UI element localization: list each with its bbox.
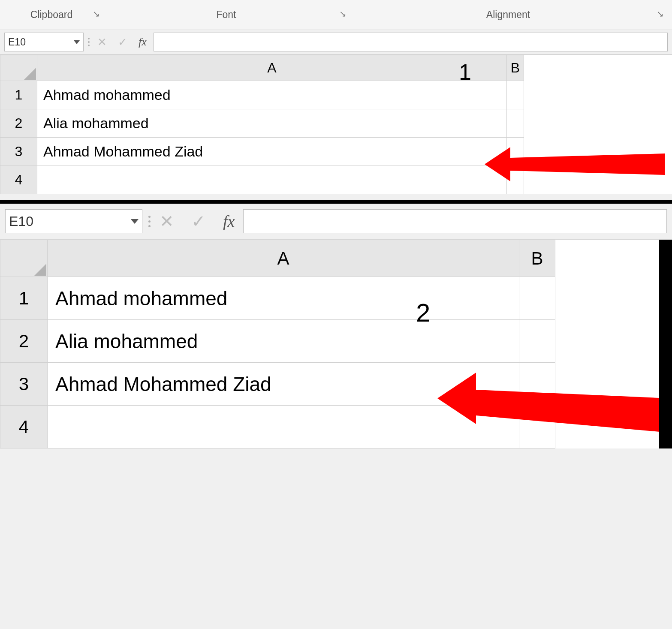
ribbon-group-font-label: Font (216, 9, 236, 20)
select-all-corner[interactable] (0, 240, 48, 277)
ribbon-group-labels: Clipboard ↘ Font ↘ Alignment ↘ (0, 0, 672, 30)
row-header-4[interactable]: 4 (0, 406, 48, 448)
chevron-down-icon (131, 219, 139, 224)
dialog-launcher-icon[interactable]: ↘ (656, 9, 664, 18)
row-header-3[interactable]: 3 (0, 363, 48, 406)
cell-b1[interactable] (519, 277, 555, 320)
formula-input[interactable] (243, 209, 667, 233)
row-header-2[interactable]: 2 (0, 320, 48, 363)
divider-dots-icon (88, 33, 90, 51)
column-header-a[interactable]: A (48, 240, 519, 277)
fx-icon[interactable]: fx (223, 212, 235, 231)
cell-b1[interactable] (507, 81, 524, 109)
panel-2: E10 ✕ ✓ fx A B 1 Ahmad mohammed 2 Ali (0, 200, 672, 448)
formula-bar-actions: ✕ ✓ fx (95, 36, 149, 49)
formula-bar: E10 ✕ ✓ fx (0, 30, 672, 55)
dialog-launcher-icon[interactable]: ↘ (92, 9, 100, 18)
formula-input[interactable] (154, 33, 668, 51)
cancel-entry-icon[interactable]: ✕ (97, 36, 107, 49)
spreadsheet-grid-1[interactable]: A B 1 Ahmad mohammed 2 Alia mohammed 3 A… (0, 55, 524, 194)
cell-a4[interactable] (37, 166, 507, 194)
accept-entry-icon[interactable]: ✓ (191, 211, 206, 231)
chevron-down-icon (74, 40, 80, 44)
row-header-3[interactable]: 3 (0, 138, 37, 166)
cell-b4[interactable] (507, 166, 524, 194)
cell-a1[interactable]: Ahmad mohammed (48, 277, 519, 320)
row-header-4[interactable]: 4 (0, 166, 37, 194)
cell-b4[interactable] (519, 406, 555, 448)
name-box[interactable]: E10 (5, 209, 142, 233)
ribbon-group-clipboard: Clipboard ↘ (0, 9, 103, 21)
panel-1: E10 ✕ ✓ fx A B 1 Ahmad mohammed 2 Ali (0, 30, 672, 194)
accept-entry-icon[interactable]: ✓ (118, 36, 127, 49)
dialog-launcher-icon[interactable]: ↘ (338, 9, 347, 18)
cell-a2[interactable]: Alia mohammed (37, 109, 507, 138)
right-edge-strip (659, 240, 672, 448)
spreadsheet-grid-2[interactable]: A B 1 Ahmad mohammed 2 Alia mohammed 3 A… (0, 240, 555, 448)
name-box[interactable]: E10 (4, 33, 84, 51)
ribbon-group-clipboard-label: Clipboard (30, 9, 72, 20)
fx-icon[interactable]: fx (139, 36, 147, 48)
cell-a4[interactable] (48, 406, 519, 448)
column-header-b[interactable]: B (519, 240, 555, 277)
row-header-2[interactable]: 2 (0, 109, 37, 138)
ribbon-group-alignment-label: Alignment (486, 9, 530, 20)
divider-dots-icon (148, 209, 151, 233)
ribbon-group-font: Font ↘ (103, 9, 350, 21)
cell-a2[interactable]: Alia mohammed (48, 320, 519, 363)
name-box-value: E10 (8, 36, 74, 48)
select-all-corner[interactable] (0, 55, 37, 81)
column-header-a[interactable]: A (37, 55, 507, 81)
cell-b3[interactable] (507, 138, 524, 166)
cell-a3[interactable]: Ahmad Mohammed Ziad (37, 138, 507, 166)
cell-b2[interactable] (519, 320, 555, 363)
ribbon-group-alignment: Alignment ↘ (350, 9, 667, 21)
row-header-1[interactable]: 1 (0, 81, 37, 109)
formula-bar-actions: ✕ ✓ fx (157, 211, 237, 231)
cell-a3[interactable]: Ahmad Mohammed Ziad (48, 363, 519, 406)
column-header-b[interactable]: B (507, 55, 524, 81)
row-header-1[interactable]: 1 (0, 277, 48, 320)
cell-b3[interactable] (519, 363, 555, 406)
cancel-entry-icon[interactable]: ✕ (160, 211, 174, 231)
formula-bar: E10 ✕ ✓ fx (0, 204, 672, 240)
cell-a1[interactable]: Ahmad mohammed (37, 81, 507, 109)
cell-b2[interactable] (507, 109, 524, 138)
name-box-value: E10 (9, 214, 131, 229)
